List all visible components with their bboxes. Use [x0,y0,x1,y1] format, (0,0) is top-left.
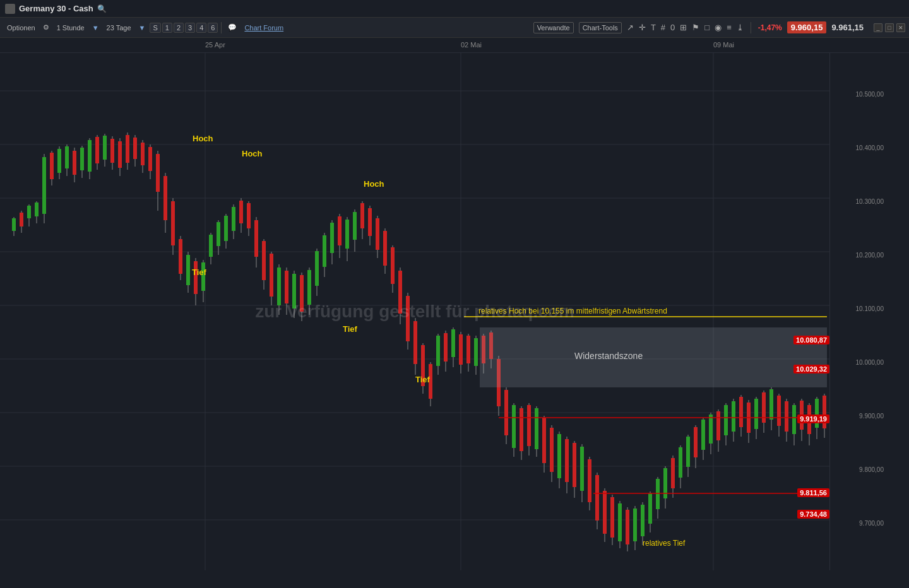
close-btn[interactable]: ✕ [896,23,905,32]
chart-title: Germany 30 - Cash [19,4,93,13]
price-badge-2: 10.029,32 [793,365,829,373]
cursor-icon[interactable]: ✛ [639,23,646,32]
price-level: 9.800,00 [833,466,884,473]
s-btn[interactable]: S [150,23,160,33]
minimize-btn[interactable]: _ [874,23,882,32]
date-label: 25 Apr [205,41,225,49]
price-badge-1: 10.080,87 [793,336,829,344]
maximize-btn[interactable]: □ [885,23,894,32]
eye-icon[interactable]: ◉ [715,23,722,32]
svg-rect-155 [550,428,554,472]
svg-rect-215 [777,396,781,426]
type-icon[interactable]: □ [704,23,710,32]
svg-rect-189 [679,447,682,478]
svg-rect-61 [194,261,198,294]
svg-rect-91 [307,270,311,305]
svg-rect-35 [95,137,99,163]
num1-btn[interactable]: 1 [162,23,172,33]
svg-rect-159 [565,439,569,482]
svg-rect-75 [247,203,251,228]
svg-rect-53 [163,176,167,220]
charttools-btn[interactable]: Chart-Tools [579,22,622,33]
svg-rect-209 [754,399,758,429]
svg-rect-111 [383,231,387,266]
svg-rect-107 [368,208,372,236]
svg-rect-41 [118,141,122,168]
draw-icon[interactable]: ↗ [627,23,634,32]
svg-rect-99 [338,216,342,245]
svg-rect-135 [474,338,478,366]
measure-icon[interactable]: 0 [670,23,675,32]
svg-rect-129 [451,329,455,357]
flag-icon[interactable]: ⚑ [692,23,699,32]
svg-rect-83 [277,268,281,305]
num5-btn[interactable]: 6 [208,23,218,33]
svg-rect-47 [141,143,145,165]
settings2-icon[interactable]: ≡ [727,23,732,32]
svg-rect-45 [133,138,137,159]
num3-btn[interactable]: 3 [185,23,195,33]
window-controls: _ □ ✕ [874,23,905,32]
svg-rect-175 [626,510,629,544]
svg-rect-29 [73,151,76,175]
date-label: 09 Mai [713,41,734,49]
price-badge-4: 9.811,56 [797,488,829,497]
search-icon[interactable]: 🔍 [97,4,107,13]
verwandte-btn[interactable]: Verwandte [533,22,574,33]
svg-rect-85 [285,271,288,303]
svg-rect-153 [542,418,546,463]
text-icon[interactable]: T [651,23,656,32]
resistance-zone-label: Widerstandszone [574,351,643,361]
svg-rect-109 [376,218,379,250]
svg-rect-191 [686,437,690,467]
svg-rect-201 [724,405,728,435]
svg-rect-77 [254,220,258,257]
price-axis: 10.500,0010.400,0010.300,0010.200,0010.1… [829,53,886,570]
price-level: 10.300,00 [833,198,884,205]
timeframe-btn[interactable]: 1 Stunde [54,23,88,33]
num4-btn[interactable]: 4 [196,23,206,33]
svg-rect-227 [823,396,826,428]
tools-icon[interactable]: ⊞ [680,23,687,32]
svg-rect-133 [466,336,470,363]
svg-rect-121 [421,345,425,386]
svg-rect-71 [232,207,235,231]
price-level: 9.700,00 [833,520,884,527]
gear-btn[interactable]: ⚙ [40,22,52,33]
svg-rect-185 [663,468,667,498]
svg-rect-157 [557,434,561,478]
options-btn[interactable]: Optionen [4,23,39,33]
svg-rect-69 [224,216,228,241]
svg-rect-181 [648,493,652,524]
toolbar: Optionen ⚙ 1 Stunde ▼ 23 Tage ▼ S 1 2 3 … [0,18,909,38]
chat-icon[interactable]: 💬 [225,22,240,33]
price-level: 10.400,00 [833,144,884,151]
svg-rect-225 [815,399,819,428]
period-btn[interactable]: 23 Tage [104,23,134,33]
svg-rect-27 [65,146,69,168]
forum-link[interactable]: Chart Forum [241,23,287,33]
export-icon[interactable]: ⤓ [737,23,744,32]
svg-rect-63 [201,262,205,291]
svg-rect-49 [148,147,152,171]
svg-rect-39 [110,139,114,163]
price-current: 9.960,15 [787,21,827,33]
price-bid: 9.961,15 [831,23,864,32]
svg-rect-163 [580,447,584,491]
svg-rect-161 [573,443,576,487]
price-level: 10.500,00 [833,91,884,98]
price-level: 10.200,00 [833,252,884,259]
svg-rect-197 [709,415,713,444]
num2-btn[interactable]: 2 [174,23,184,33]
svg-rect-203 [732,401,735,432]
svg-rect-211 [762,392,766,423]
svg-rect-43 [126,135,129,163]
svg-rect-173 [618,503,622,541]
plus-icon[interactable]: # [661,23,665,32]
svg-rect-193 [694,427,698,457]
svg-rect-21 [42,157,46,214]
svg-rect-19 [35,203,39,216]
svg-rect-37 [103,136,107,160]
titlebar: Germany 30 - Cash 🔍 [0,0,909,18]
price-level: 10.000,00 [833,359,884,366]
